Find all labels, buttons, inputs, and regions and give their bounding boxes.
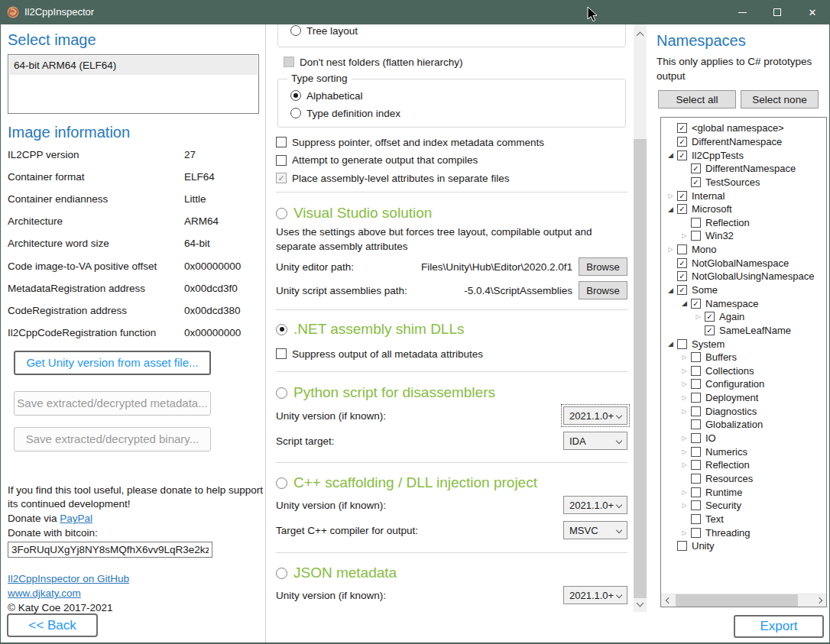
dropdown[interactable]: 2021.1.0+ bbox=[563, 586, 627, 604]
tree-item[interactable]: ◢✓Some bbox=[664, 283, 826, 297]
tree-checkbox[interactable] bbox=[691, 447, 701, 457]
tree-checkbox[interactable] bbox=[691, 460, 701, 470]
expander-closed-icon[interactable]: ▷ bbox=[678, 354, 691, 361]
tree-checkbox[interactable] bbox=[691, 218, 701, 228]
tree-checkbox[interactable]: ✓ bbox=[677, 191, 687, 201]
scroll-down-arrow-icon[interactable] bbox=[634, 597, 647, 610]
section-radio-button[interactable] bbox=[276, 387, 287, 399]
tree-item[interactable]: Resources bbox=[678, 472, 826, 486]
tree-item[interactable]: ✓SameLeafName bbox=[692, 324, 826, 338]
tree-item[interactable]: ✓NotGlobalNamespace bbox=[664, 256, 826, 270]
tree-checkbox[interactable] bbox=[691, 231, 701, 241]
expander-closed-icon[interactable]: ▷ bbox=[664, 193, 677, 199]
expander-closed-icon[interactable]: ▷ bbox=[678, 435, 691, 442]
tree-checkbox[interactable] bbox=[691, 474, 701, 484]
tree-item[interactable]: ▷Threading bbox=[678, 526, 826, 539]
tree-checkbox[interactable]: ✓ bbox=[691, 299, 701, 309]
tree-item[interactable]: ▷Diagnostics bbox=[678, 404, 826, 418]
maximize-button[interactable] bbox=[760, 0, 795, 24]
tree-item[interactable]: ▷Mono bbox=[664, 243, 826, 257]
tree-checkbox[interactable] bbox=[691, 406, 701, 416]
tree-horizontal-scrollbar[interactable] bbox=[661, 594, 826, 607]
section-radio-button[interactable] bbox=[276, 568, 287, 579]
expander-closed-icon[interactable]: ▷ bbox=[678, 394, 691, 401]
tree-checkbox[interactable] bbox=[691, 528, 701, 538]
expander-closed-icon[interactable]: ▷ bbox=[678, 232, 691, 239]
radio-button[interactable] bbox=[290, 108, 301, 118]
image-list-item[interactable]: 64-bit ARM64 (ELF64) bbox=[9, 56, 258, 75]
scroll-up-arrow-icon[interactable] bbox=[634, 28, 647, 40]
tree-item[interactable]: Unity bbox=[664, 539, 826, 553]
tree-item[interactable]: ▷Numerics bbox=[678, 445, 826, 458]
tree-checkbox[interactable]: ✓ bbox=[677, 150, 687, 160]
expander-open-icon[interactable]: ◢ bbox=[664, 151, 677, 159]
checkbox[interactable] bbox=[276, 348, 287, 359]
minimize-button[interactable] bbox=[725, 0, 760, 24]
expander-closed-icon[interactable]: ▷ bbox=[678, 461, 691, 468]
image-listbox[interactable]: 64-bit ARM64 (ELF64) bbox=[8, 54, 259, 114]
tree-checkbox[interactable]: ✓ bbox=[691, 163, 701, 173]
tree-checkbox[interactable]: ✓ bbox=[691, 177, 701, 187]
tree-checkbox[interactable] bbox=[691, 500, 701, 510]
expander-closed-icon[interactable]: ▷ bbox=[678, 502, 691, 509]
close-button[interactable]: ✕ bbox=[795, 0, 830, 24]
expander-open-icon[interactable]: ◢ bbox=[678, 299, 691, 307]
tree-checkbox[interactable]: ✓ bbox=[677, 271, 687, 281]
tree-item[interactable]: Reflection bbox=[678, 215, 826, 229]
section-radio-button[interactable] bbox=[276, 477, 287, 489]
tree-item[interactable]: ◢System bbox=[664, 337, 826, 351]
dropdown[interactable]: IDA bbox=[563, 432, 627, 450]
checkbox[interactable] bbox=[276, 155, 287, 166]
expander-open-icon[interactable]: ◢ bbox=[664, 205, 677, 213]
script-assemblies-path-value[interactable]: -5.0.4\ScriptAssemblies bbox=[407, 285, 579, 296]
website-link[interactable]: www.djkaty.com bbox=[8, 587, 81, 599]
select-none-button[interactable]: Select none bbox=[741, 90, 819, 108]
select-all-button[interactable]: Select all bbox=[658, 90, 736, 108]
tree-item[interactable]: ✓TestSources bbox=[678, 176, 826, 189]
tree-item[interactable]: Globalization bbox=[678, 418, 826, 432]
options-scrollbar[interactable] bbox=[634, 24, 647, 612]
tree-item[interactable]: ▷✓Again bbox=[692, 310, 826, 324]
get-unity-version-button[interactable]: Get Unity version from asset file... bbox=[14, 351, 211, 375]
tree-checkbox[interactable] bbox=[691, 379, 701, 389]
tree-item[interactable]: ▷Collections bbox=[678, 364, 826, 378]
github-link[interactable]: Il2CppInspector on GitHub bbox=[8, 573, 129, 584]
expander-closed-icon[interactable]: ▷ bbox=[678, 408, 691, 415]
dropdown[interactable]: 2021.1.0+ bbox=[563, 496, 627, 514]
expander-open-icon[interactable]: ◢ bbox=[664, 286, 677, 294]
tree-item[interactable]: ▷Security bbox=[678, 499, 826, 513]
back-button[interactable]: << Back bbox=[7, 613, 98, 637]
tree-checkbox[interactable]: ✓ bbox=[677, 204, 687, 214]
tree-item[interactable]: ▷Runtime bbox=[678, 485, 826, 499]
tree-item[interactable]: ✓DifferentNamespace bbox=[678, 162, 826, 176]
tree-item[interactable]: ▷✓Internal bbox=[664, 189, 826, 202]
checkbox[interactable] bbox=[276, 137, 287, 147]
tree-checkbox[interactable] bbox=[677, 541, 687, 551]
tree-checkbox[interactable] bbox=[691, 352, 701, 362]
tree-checkbox[interactable] bbox=[691, 514, 701, 524]
tree-checkbox[interactable]: ✓ bbox=[705, 325, 715, 335]
tree-item[interactable]: Text bbox=[678, 513, 826, 526]
tree-checkbox[interactable]: ✓ bbox=[677, 285, 687, 295]
expander-closed-icon[interactable]: ▷ bbox=[678, 380, 691, 387]
tree-item[interactable]: ◢✓Namespace bbox=[678, 296, 826, 310]
tree-checkbox[interactable] bbox=[677, 244, 687, 254]
tree-checkbox[interactable] bbox=[677, 339, 687, 349]
tree-checkbox[interactable]: ✓ bbox=[677, 123, 687, 133]
tree-checkbox[interactable]: ✓ bbox=[677, 258, 687, 268]
browse-assemblies-path-button[interactable]: Browse bbox=[579, 281, 627, 299]
section-radio-button[interactable] bbox=[276, 324, 287, 335]
bitcoin-address-input[interactable] bbox=[8, 542, 212, 558]
tree-checkbox[interactable] bbox=[691, 393, 701, 403]
tree-checkbox[interactable]: ✓ bbox=[705, 312, 715, 322]
tree-checkbox[interactable] bbox=[691, 487, 701, 497]
tree-item[interactable]: ✓<global namespace> bbox=[664, 121, 826, 135]
scroll-right-arrow-icon[interactable] bbox=[813, 594, 826, 607]
unity-editor-path-value[interactable]: Files\Unity\Hub\Editor\2020.2.0f1 bbox=[354, 261, 579, 273]
tree-item[interactable]: ▷Deployment bbox=[678, 391, 826, 405]
tree-item[interactable]: ▷Reflection bbox=[678, 458, 826, 472]
tree-scrollbar-thumb[interactable] bbox=[676, 594, 798, 607]
expander-closed-icon[interactable]: ▷ bbox=[678, 448, 691, 455]
tree-item[interactable]: ✓DifferentNamespace bbox=[664, 135, 826, 149]
expander-closed-icon[interactable]: ▷ bbox=[678, 489, 691, 496]
